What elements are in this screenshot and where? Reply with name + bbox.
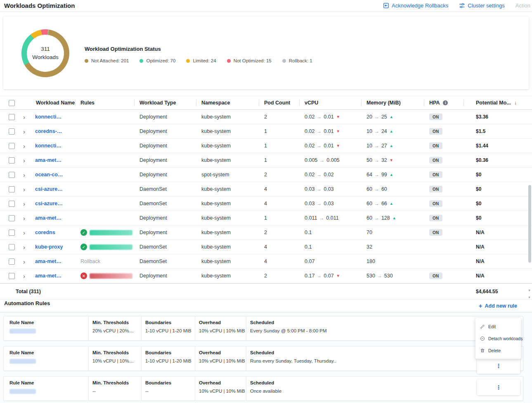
select-all-checkbox[interactable] (9, 100, 15, 106)
legend-label: Not Optimized: 15 (234, 58, 272, 63)
workload-name-link[interactable]: ama-met… (35, 273, 61, 279)
table-row: ›ama-met…RollbackDaemonSetkube-system40.… (0, 254, 532, 269)
workloads-table-body: ›konnecti…Deploymentkube-system20.02→0.0… (0, 110, 532, 283)
expand-chevron-icon[interactable]: › (19, 230, 31, 236)
expand-chevron-icon[interactable]: › (19, 215, 31, 221)
expand-chevron-icon[interactable]: › (19, 114, 31, 120)
actions-menu-button[interactable]: Action (515, 2, 530, 9)
workload-name-link[interactable]: ama-met… (35, 157, 61, 163)
arrow-right-icon: → (317, 114, 322, 120)
row-checkbox[interactable] (9, 201, 15, 207)
table-scrollbar[interactable] (528, 104, 531, 283)
workload-name-link[interactable]: ama-met… (35, 258, 61, 264)
rule-menu-button[interactable]: ⋮ (477, 379, 520, 395)
scrollbar-arrows[interactable]: ▾▾ (527, 287, 532, 301)
rule-field-value: Once available (250, 389, 475, 394)
metric-target: 66 (381, 201, 387, 206)
workload-name-link[interactable]: kube-proxy (35, 244, 63, 250)
workload-name-link[interactable]: csi-azure… (35, 186, 63, 192)
column-header-rules[interactable]: Rules (75, 96, 134, 109)
hpa-cell: ON (424, 142, 463, 149)
expand-chevron-icon[interactable]: › (19, 172, 31, 178)
row-checkbox[interactable] (9, 244, 15, 250)
column-header-namespace[interactable]: Namespace (196, 96, 259, 109)
arrow-right-icon: → (317, 201, 322, 206)
expand-chevron-icon[interactable]: › (19, 157, 31, 164)
workload-type-cell: DaemonSet (134, 186, 196, 192)
trash-icon (480, 348, 485, 353)
expand-chevron-icon[interactable]: › (19, 143, 31, 149)
metric-target: 0.07 (324, 273, 333, 279)
row-checkbox[interactable] (9, 215, 15, 221)
legend-item: Not Optimized: 15 (227, 58, 272, 63)
acknowledge-rollbacks-button[interactable]: Acknowledge Rollbacks (383, 2, 448, 9)
expand-chevron-icon[interactable]: › (19, 273, 31, 279)
memory-cell: 70 (361, 230, 424, 235)
vcpu-cell: 0.02→0.01▼ (299, 114, 361, 120)
rule-status-text: Rollback (80, 258, 100, 264)
expand-chevron-icon[interactable]: › (19, 128, 31, 135)
sort-descending-icon[interactable]: ↓ (514, 100, 517, 106)
scrollbar-thumb[interactable] (528, 185, 531, 263)
expand-chevron-icon[interactable]: › (19, 244, 31, 250)
legend-item: Optimized: 70 (140, 58, 175, 63)
namespace-cell: kube-system (196, 128, 259, 134)
workload-name-link[interactable]: coredns (35, 230, 55, 235)
row-checkbox[interactable] (9, 157, 15, 164)
namespace-cell: kube-system (196, 258, 259, 264)
column-header-pod-count[interactable]: Pod Count (259, 96, 299, 109)
expand-chevron-icon[interactable]: › (19, 186, 31, 192)
row-checkbox[interactable] (9, 128, 15, 135)
rule-cell: ✕ (75, 273, 134, 279)
arrow-right-icon: → (374, 201, 379, 206)
row-checkbox[interactable] (9, 114, 15, 120)
column-header-workload-name[interactable]: Workload Name (31, 96, 75, 109)
expand-chevron-icon[interactable]: › (19, 258, 31, 265)
potential-cost-cell: N/A (463, 230, 532, 235)
trend-down-icon: ▼ (390, 159, 393, 162)
rule-field-value: 1-10 vCPU | 1-20 MiB (145, 358, 192, 363)
workload-name-link[interactable]: coredns-… (35, 128, 62, 134)
cluster-settings-button[interactable]: Cluster settings (459, 2, 505, 9)
trend-up-icon: ▲ (390, 130, 393, 133)
workload-name-link[interactable]: csi-azure… (35, 201, 63, 206)
menu-item-detach-workloads[interactable]: Detach workloads (475, 332, 521, 344)
memory-cell: 60→66▲ (361, 201, 424, 206)
row-checkbox[interactable] (9, 230, 15, 236)
rule-name-redacted (9, 359, 36, 364)
workload-name-link[interactable]: konnecti… (35, 114, 61, 120)
vcpu-cell: 0.03→0.03 (299, 186, 361, 192)
metric-current: 0.02 (305, 143, 314, 149)
column-header-memory[interactable]: Memory (MiB) (361, 96, 424, 109)
row-checkbox[interactable] (9, 172, 15, 178)
row-checkbox[interactable] (9, 258, 15, 265)
trend-up-icon: ▲ (390, 173, 393, 177)
expand-chevron-icon[interactable]: › (19, 201, 31, 207)
pod-count-cell: 4 (259, 244, 299, 250)
row-checkbox[interactable] (9, 143, 15, 149)
rule-cell: ✓ (75, 229, 134, 236)
table-row: ›coredns✓Deploymentkube-system20.170ONN/… (0, 225, 532, 240)
automation-rule-card: Rule NameMin. Thresholds20% vCPU | 20%…B… (3, 316, 523, 341)
column-header-workload-type[interactable]: Workload Type (134, 96, 196, 109)
hpa-info-icon[interactable]: i (443, 100, 448, 105)
column-header-potential-cost[interactable]: Potential Mo... ↓ (463, 96, 532, 109)
row-checkbox[interactable] (9, 273, 15, 279)
namespace-cell: kube-system (196, 230, 259, 235)
menu-item-edit[interactable]: Edit (475, 320, 521, 332)
workload-name-link[interactable]: ocean-co… (35, 172, 63, 178)
workload-name-link[interactable]: konnecti… (35, 143, 61, 149)
column-header-hpa[interactable]: HPA i (424, 96, 463, 109)
menu-item-delete[interactable]: Delete (475, 344, 521, 356)
legend-dot (227, 59, 231, 63)
metric-target: 0.02 (324, 172, 333, 178)
trend-down-icon: ▼ (336, 115, 340, 119)
row-checkbox[interactable] (9, 186, 15, 192)
rule-menu-button[interactable]: ⋮ (477, 358, 520, 374)
automation-rule-card: Rule NameMin. Thresholds--Boundaries--Ov… (3, 376, 523, 401)
workload-name-link[interactable]: ama-met… (35, 215, 61, 221)
arrow-right-icon: → (317, 172, 322, 178)
column-header-vcpu[interactable]: vCPU (299, 96, 361, 109)
rule-name-label: Rule Name (9, 350, 86, 355)
add-new-rule-button[interactable]: + Add new rule (479, 303, 517, 309)
